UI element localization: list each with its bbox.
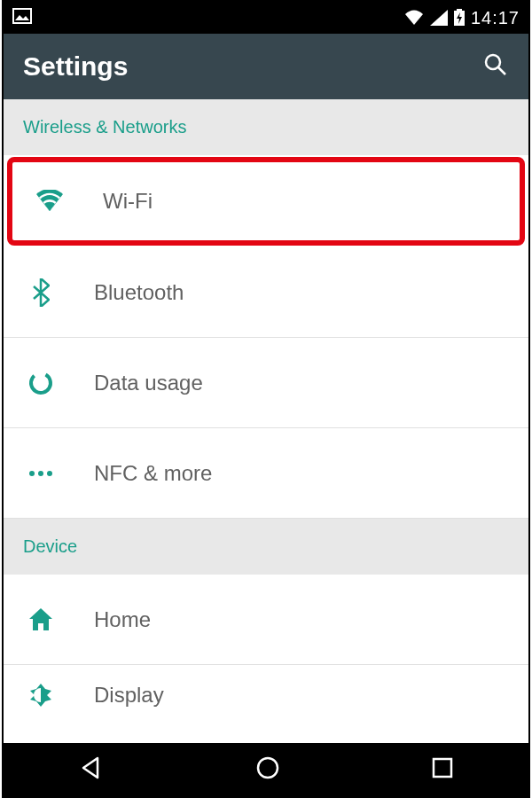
settings-item-label: Data usage — [94, 371, 203, 395]
svg-point-9 — [258, 758, 278, 778]
settings-item-wifi[interactable]: Wi-Fi — [7, 157, 525, 246]
svg-line-4 — [498, 67, 505, 74]
settings-item-label: Wi-Fi — [103, 189, 153, 214]
settings-item-home[interactable]: Home — [4, 575, 528, 665]
settings-item-bluetooth[interactable]: Bluetooth — [4, 247, 528, 338]
bluetooth-icon — [23, 278, 59, 307]
wifi-status-icon — [403, 9, 425, 27]
svg-point-3 — [486, 55, 500, 69]
svg-rect-10 — [434, 759, 451, 777]
settings-list: Wireless & Networks Wi-Fi Bluetooth Data… — [4, 99, 528, 743]
section-header-device: Device — [4, 519, 528, 575]
svg-point-8 — [47, 471, 52, 476]
search-button[interactable] — [482, 51, 509, 82]
battery-charging-icon — [453, 9, 466, 27]
navigation-bar — [4, 743, 528, 796]
settings-item-label: NFC & more — [94, 461, 212, 486]
svg-point-6 — [29, 471, 35, 476]
wifi-icon — [32, 190, 67, 213]
svg-rect-2 — [457, 9, 462, 11]
settings-item-nfc-more[interactable]: NFC & more — [4, 428, 528, 519]
section-header-wireless: Wireless & Networks — [4, 99, 528, 155]
app-bar: Settings — [4, 34, 528, 99]
svg-point-5 — [27, 370, 54, 396]
home-icon — [23, 608, 59, 631]
more-icon — [23, 469, 59, 478]
svg-point-7 — [38, 471, 43, 476]
nav-back-button[interactable] — [78, 755, 105, 785]
nav-home-button[interactable] — [254, 755, 281, 785]
settings-item-label: Display — [94, 683, 164, 708]
data-usage-icon — [23, 370, 59, 396]
status-time: 14:17 — [471, 8, 520, 28]
settings-item-display[interactable]: Display — [4, 665, 528, 725]
display-icon — [23, 682, 59, 708]
settings-item-label: Home — [94, 607, 151, 632]
svg-rect-0 — [13, 9, 31, 23]
settings-item-data-usage[interactable]: Data usage — [4, 338, 528, 428]
status-bar: 14:17 — [4, 2, 528, 34]
signal-status-icon — [430, 10, 448, 26]
settings-item-label: Bluetooth — [94, 280, 184, 305]
gallery-notification-icon — [12, 8, 32, 28]
app-bar-title: Settings — [23, 51, 128, 82]
nav-recent-button[interactable] — [431, 756, 454, 783]
